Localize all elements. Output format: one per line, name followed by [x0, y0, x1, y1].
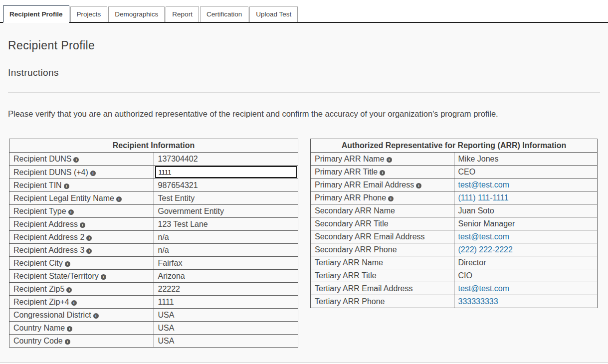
- phone-link[interactable]: (111) 111-1111: [458, 193, 509, 202]
- table-row: Country CodeiUSA: [9, 335, 298, 348]
- table-row: Primary ARR TitleiCEO: [311, 166, 598, 179]
- field-value: 1111: [154, 296, 298, 309]
- field-label: Country Namei: [9, 322, 154, 335]
- info-icon[interactable]: i: [388, 196, 394, 201]
- info-icon[interactable]: i: [416, 183, 421, 188]
- recipient-duns-plus4-input[interactable]: [155, 166, 297, 178]
- info-icon[interactable]: i: [387, 157, 392, 163]
- field-value: Test Entity: [154, 192, 298, 205]
- field-label-text: Secondary ARR Title: [315, 219, 389, 228]
- phone-link[interactable]: 333333333: [458, 297, 498, 306]
- main-content: Recipient Profile Instructions Please ve…: [0, 23, 608, 363]
- info-icon[interactable]: i: [64, 183, 69, 189]
- field-label-text: Secondary ARR Name: [315, 206, 395, 215]
- field-label: Recipient Zip5i: [9, 283, 154, 296]
- field-value: [154, 166, 298, 179]
- field-value: USA: [154, 322, 298, 335]
- field-label-text: Recipient Legal Entity Name: [13, 194, 114, 202]
- info-icon[interactable]: i: [65, 261, 70, 267]
- field-value: 137304402: [154, 153, 298, 166]
- table-row: Primary ARR Email Addressitest@test.com: [311, 179, 598, 191]
- tab-upload-test[interactable]: Upload Test: [249, 6, 298, 22]
- field-label: Recipient State/Territoryi: [9, 270, 154, 283]
- field-label-text: Recipient Address 3: [13, 246, 84, 254]
- table-row: Recipient Addressi123 Test Lane: [9, 218, 298, 231]
- field-value: Fairfax: [154, 257, 298, 270]
- table-row: Secondary ARR TitleSenior Manager: [311, 217, 598, 230]
- table-row: Recipient Address 2in/a: [9, 231, 298, 244]
- field-label-text: Primary ARR Name: [315, 155, 385, 163]
- field-label: Primary ARR Titlei: [311, 166, 454, 179]
- field-label: Recipient Cityi: [9, 257, 154, 270]
- info-icon[interactable]: i: [73, 157, 79, 163]
- field-label-text: Recipient Zip+4: [13, 298, 69, 306]
- field-label: Recipient Typei: [9, 205, 154, 218]
- arr-table-header: Authorized Representative for Reporting …: [311, 139, 598, 153]
- phone-link[interactable]: (222) 222-2222: [458, 245, 513, 254]
- field-value: (222) 222-2222: [454, 243, 598, 256]
- instructions-heading: Instructions: [8, 67, 600, 78]
- arr-information-table: Authorized Representative for Reporting …: [310, 139, 598, 308]
- instructions-text: Please verify that you are an authorized…: [8, 109, 600, 119]
- recipient-information-table: Recipient Information Recipient DUNSi137…: [9, 139, 298, 348]
- table-row: Tertiary ARR NameDirector: [311, 256, 598, 269]
- field-label-text: Primary ARR Phone: [315, 193, 386, 202]
- email-link[interactable]: test@test.com: [458, 232, 510, 241]
- field-value: Mike Jones: [454, 153, 598, 166]
- field-value: 123 Test Lane: [154, 218, 298, 231]
- field-label: Tertiary ARR Title: [311, 269, 454, 282]
- info-icon[interactable]: i: [65, 339, 70, 345]
- info-icon[interactable]: i: [93, 313, 99, 319]
- field-value: 22222: [154, 283, 298, 296]
- email-link[interactable]: test@test.com: [458, 284, 510, 293]
- table-header-row: Authorized Representative for Reporting …: [311, 139, 598, 153]
- info-icon[interactable]: i: [86, 248, 92, 254]
- field-value: 987654321: [154, 179, 298, 192]
- field-value: test@test.com: [454, 230, 598, 243]
- field-value: CEO: [454, 166, 598, 179]
- field-label-text: Recipient State/Territory: [13, 272, 99, 280]
- info-icon[interactable]: i: [80, 222, 85, 228]
- field-label: Recipient Addressi: [9, 218, 154, 231]
- info-icon[interactable]: i: [380, 170, 385, 176]
- field-label-text: Recipient City: [13, 259, 63, 267]
- field-label-text: Country Name: [13, 324, 65, 332]
- tab-projects[interactable]: Projects: [70, 6, 108, 22]
- tab-recipient-profile[interactable]: Recipient Profile: [3, 5, 69, 23]
- table-row: Recipient Zip5i22222: [9, 283, 298, 296]
- info-icon[interactable]: i: [90, 171, 96, 176]
- info-icon[interactable]: i: [116, 196, 122, 202]
- field-value: Director: [454, 256, 598, 269]
- table-row: Country NameiUSA: [9, 322, 298, 335]
- table-row: Tertiary ARR TitleCIO: [311, 269, 598, 282]
- field-label: Recipient TINi: [9, 179, 154, 192]
- table-row: Primary ARR Phonei(111) 111-1111: [311, 191, 598, 204]
- field-value: (111) 111-1111: [454, 191, 598, 204]
- tab-certification[interactable]: Certification: [200, 6, 248, 22]
- info-icon[interactable]: i: [101, 274, 106, 280]
- info-icon[interactable]: i: [66, 287, 72, 293]
- field-label: Tertiary ARR Name: [311, 256, 454, 269]
- tables-container: Recipient Information Recipient DUNSi137…: [8, 139, 600, 348]
- field-label-text: Recipient Type: [13, 207, 66, 215]
- tab-demographics[interactable]: Demographics: [108, 6, 165, 22]
- info-icon[interactable]: i: [71, 300, 77, 306]
- field-label-text: Secondary ARR Email Address: [315, 232, 425, 241]
- field-value: n/a: [154, 231, 298, 244]
- field-value: USA: [154, 309, 298, 322]
- field-label: Primary ARR Namei: [311, 153, 454, 166]
- field-label-text: Country Code: [13, 337, 63, 345]
- field-label-text: Recipient Address: [13, 220, 78, 228]
- divider: [8, 92, 600, 93]
- email-link[interactable]: test@test.com: [458, 181, 510, 189]
- table-row: Recipient DUNS (+4)i: [9, 166, 298, 179]
- field-label-text: Congressional District: [13, 311, 91, 319]
- table-row: Tertiary ARR Email Addresstest@test.com: [311, 282, 598, 295]
- info-icon[interactable]: i: [67, 326, 72, 332]
- info-icon[interactable]: i: [68, 209, 74, 215]
- field-label: Secondary ARR Email Address: [311, 230, 454, 243]
- info-icon[interactable]: i: [86, 235, 92, 241]
- tab-bar: Recipient ProfileProjectsDemographicsRep…: [0, 0, 608, 23]
- tab-report[interactable]: Report: [166, 6, 199, 22]
- table-row: Recipient Legal Entity NameiTest Entity: [9, 192, 298, 205]
